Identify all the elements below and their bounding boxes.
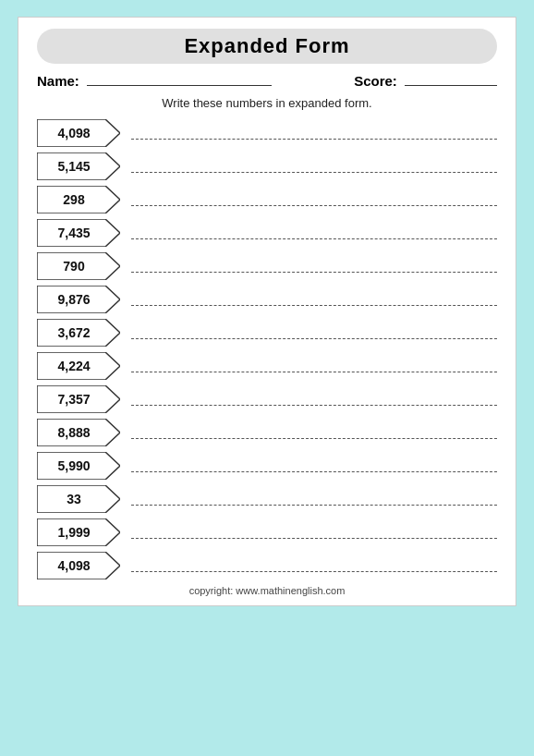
table-row: 1,999 (37, 518, 497, 546)
score-line[interactable] (405, 85, 497, 86)
answer-dots[interactable] (131, 459, 497, 472)
table-row: 5,990 (37, 452, 497, 480)
instruction: Write these numbers in expanded form. (37, 96, 497, 110)
table-row: 8,888 (37, 419, 497, 446)
number-tag: 9,876 (37, 286, 120, 313)
table-row: 5,145 (37, 152, 497, 180)
number-value: 4,224 (37, 359, 120, 373)
name-line[interactable] (87, 85, 272, 86)
table-row: 33 (37, 485, 497, 513)
number-value: 1,999 (37, 525, 120, 540)
answer-dots[interactable] (131, 260, 497, 273)
table-row: 9,876 (37, 286, 497, 313)
title-box: Expanded Form (37, 29, 497, 64)
number-value: 7,357 (37, 392, 120, 407)
table-row: 7,435 (37, 219, 497, 247)
answer-dots[interactable] (131, 293, 497, 306)
copyright: copyright: www.mathinenglish.com (37, 585, 497, 596)
answer-dots[interactable] (131, 127, 497, 140)
name-section: Name: (37, 73, 272, 89)
answer-dots[interactable] (131, 526, 497, 539)
number-tag: 4,224 (37, 352, 120, 380)
number-tag: 5,145 (37, 152, 120, 180)
answer-dots[interactable] (131, 326, 497, 339)
number-tag: 7,357 (37, 385, 120, 413)
table-row: 4,098 (37, 119, 497, 147)
table-row: 298 (37, 186, 497, 213)
number-value: 790 (37, 259, 120, 274)
number-tag: 3,672 (37, 319, 120, 347)
number-tag: 4,098 (37, 119, 120, 147)
answer-dots[interactable] (131, 393, 497, 406)
number-tag: 5,990 (37, 452, 120, 480)
number-tag: 790 (37, 252, 120, 280)
problems-container: 4,098 5,145 298 (37, 119, 497, 579)
table-row: 7,357 (37, 385, 497, 413)
number-value: 298 (37, 192, 120, 207)
table-row: 4,098 (37, 552, 497, 579)
name-score-row: Name: Score: (37, 73, 497, 89)
answer-dots[interactable] (131, 426, 497, 439)
number-value: 4,098 (37, 558, 120, 573)
number-value: 5,145 (37, 159, 120, 174)
number-value: 7,435 (37, 226, 120, 240)
number-tag: 1,999 (37, 518, 120, 546)
answer-dots[interactable] (131, 160, 497, 173)
score-label: Score: (354, 73, 397, 89)
answer-dots[interactable] (131, 226, 497, 239)
answer-dots[interactable] (131, 360, 497, 372)
table-row: 790 (37, 252, 497, 280)
number-tag: 4,098 (37, 552, 120, 579)
number-value: 33 (37, 492, 120, 506)
score-section: Score: (354, 73, 497, 89)
table-row: 3,672 (37, 319, 497, 347)
table-row: 4,224 (37, 352, 497, 380)
number-tag: 7,435 (37, 219, 120, 247)
number-tag: 298 (37, 186, 120, 213)
number-value: 3,672 (37, 325, 120, 340)
worksheet: Expanded Form Name: Score: Write these n… (18, 17, 516, 606)
answer-dots[interactable] (131, 559, 497, 572)
answer-dots[interactable] (131, 193, 497, 206)
number-value: 5,990 (37, 458, 120, 473)
number-value: 4,098 (37, 126, 120, 140)
name-label: Name: (37, 73, 79, 89)
number-tag: 33 (37, 485, 120, 513)
number-tag: 8,888 (37, 419, 120, 446)
answer-dots[interactable] (131, 493, 497, 506)
title: Expanded Form (184, 34, 349, 57)
number-value: 8,888 (37, 425, 120, 440)
number-value: 9,876 (37, 292, 120, 307)
